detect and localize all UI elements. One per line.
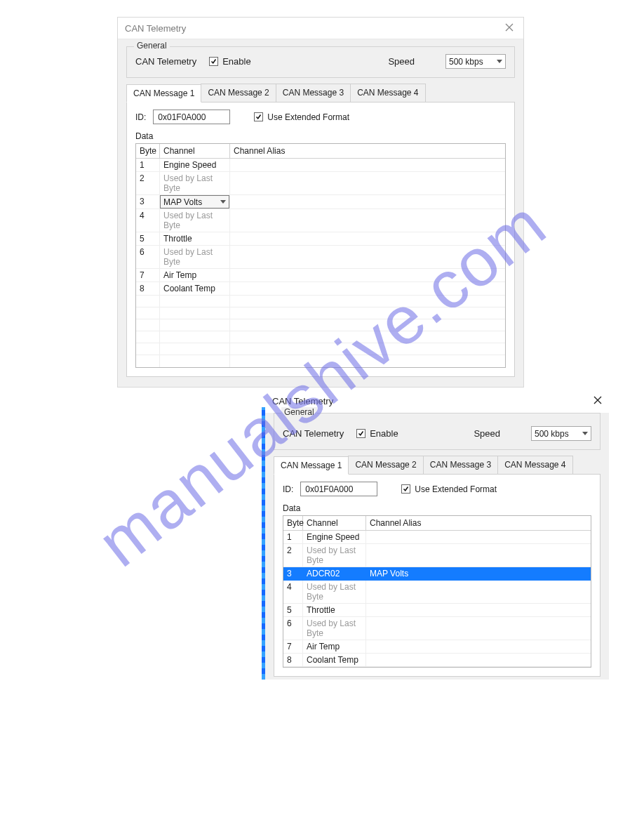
table-row[interactable]: 5Throttle — [136, 232, 505, 246]
cell-channel[interactable]: Used by Last Byte — [303, 544, 366, 567]
general-group: General CAN Telemetry Enable Speed 500 k… — [126, 46, 515, 78]
cell-alias[interactable] — [366, 604, 591, 617]
cell-alias[interactable]: MAP Volts — [366, 567, 591, 581]
table-row[interactable]: 6Used by Last Byte — [136, 246, 505, 269]
table-row-blank — [136, 355, 505, 367]
cell-alias[interactable] — [230, 232, 505, 246]
chevron-down-icon — [582, 432, 588, 435]
close-button[interactable] — [591, 395, 605, 407]
cell-channel[interactable]: Coolant Temp — [160, 282, 230, 296]
tab-can-message-1[interactable]: CAN Message 1 — [274, 456, 349, 475]
cell-channel[interactable]: Air Temp — [303, 640, 366, 654]
speed-label: Speed — [474, 428, 500, 439]
table-row[interactable]: 3MAP Volts — [136, 195, 505, 209]
extended-format-label: Use Extended Format — [415, 484, 497, 494]
tab-can-message-2[interactable]: CAN Message 2 — [348, 456, 423, 474]
cell-alias[interactable] — [366, 640, 591, 654]
table-row[interactable]: 8Coolant Temp — [136, 282, 505, 296]
cell-byte: 7 — [136, 269, 160, 282]
table-row[interactable]: 3ADCR02MAP Volts — [283, 567, 591, 581]
table-row[interactable]: 2Used by Last Byte — [283, 544, 591, 567]
cell-alias[interactable] — [366, 581, 591, 604]
window-title: CAN Telemetry — [272, 396, 591, 406]
cell-channel[interactable]: Engine Speed — [303, 531, 366, 544]
cell-channel[interactable]: Used by Last Byte — [160, 209, 230, 232]
cell-alias[interactable] — [366, 654, 591, 667]
enable-label: Enable — [370, 428, 398, 439]
cell-alias[interactable] — [366, 531, 591, 544]
cell-alias[interactable] — [230, 195, 505, 209]
column-header: Byte — [136, 144, 160, 158]
table-row[interactable]: 7Air Temp — [136, 269, 505, 282]
tab-can-message-4[interactable]: CAN Message 4 — [350, 84, 425, 102]
extended-format-label: Use Extended Format — [267, 112, 349, 122]
table-row[interactable]: 5Throttle — [283, 604, 591, 617]
chevron-down-icon — [497, 60, 502, 63]
left-stripe — [262, 407, 265, 680]
cell-byte: 1 — [136, 159, 160, 172]
table-row[interactable]: 1Engine Speed — [283, 531, 591, 544]
table-row[interactable]: 4Used by Last Byte — [136, 209, 505, 232]
cell-channel[interactable]: Engine Speed — [160, 159, 230, 172]
cell-channel[interactable]: Throttle — [303, 604, 366, 617]
cell-channel[interactable]: Throttle — [160, 232, 230, 246]
data-legend: Data — [135, 131, 506, 141]
cell-byte: 2 — [136, 172, 160, 195]
cell-channel[interactable]: Air Temp — [160, 269, 230, 282]
cell-byte: 8 — [283, 654, 303, 667]
cell-alias[interactable] — [230, 246, 505, 269]
enable-checkbox[interactable]: Enable — [209, 56, 250, 67]
cell-channel[interactable]: MAP Volts — [160, 195, 230, 209]
tab-can-message-1[interactable]: CAN Message 1 — [126, 84, 201, 102]
cell-channel[interactable]: Used by Last Byte — [303, 581, 366, 604]
enable-checkbox[interactable]: Enable — [356, 428, 398, 439]
cell-alias[interactable] — [230, 209, 505, 232]
id-field[interactable]: 0x01F0A000 — [153, 110, 230, 124]
can-telemetry-dialog-1: CAN Telemetry General CAN Telemetry Enab… — [117, 17, 524, 388]
speed-label: Speed — [388, 56, 415, 67]
cell-alias[interactable] — [230, 172, 505, 195]
cell-alias[interactable] — [230, 159, 505, 172]
cell-alias[interactable] — [366, 617, 591, 640]
cell-alias[interactable] — [230, 269, 505, 282]
cell-byte: 2 — [283, 544, 303, 567]
cell-channel[interactable]: Used by Last Byte — [303, 617, 366, 640]
cell-channel[interactable]: Used by Last Byte — [160, 172, 230, 195]
table-row[interactable]: 8Coolant Temp — [283, 654, 591, 667]
speed-select[interactable]: 500 kbps — [531, 426, 591, 441]
cell-channel[interactable]: Used by Last Byte — [160, 246, 230, 269]
tab-can-message-2[interactable]: CAN Message 2 — [201, 84, 276, 102]
extended-format-checkbox[interactable]: Use Extended Format — [254, 112, 349, 122]
table-row[interactable]: 4Used by Last Byte — [283, 581, 591, 604]
close-icon — [505, 23, 514, 32]
cell-channel[interactable]: Coolant Temp — [303, 654, 366, 667]
tab-can-message-3[interactable]: CAN Message 3 — [423, 456, 498, 474]
channel-dropdown[interactable]: MAP Volts — [160, 195, 229, 208]
data-grid[interactable]: ByteChannelChannel Alias1Engine Speed2Us… — [135, 143, 506, 368]
tab-can-message-3[interactable]: CAN Message 3 — [276, 84, 351, 102]
column-header: Byte — [283, 516, 303, 531]
speed-value: 500 kbps — [535, 429, 569, 439]
table-row[interactable]: 6Used by Last Byte — [283, 617, 591, 640]
table-row-blank — [136, 307, 505, 319]
tab-can-message-4[interactable]: CAN Message 4 — [497, 456, 572, 474]
column-header: Channel — [160, 144, 230, 158]
tab-panel: ID: 0x01F0A000 Use Extended Format Data … — [274, 474, 601, 677]
cell-byte: 8 — [136, 282, 160, 296]
cell-channel[interactable]: ADCR02 — [303, 567, 366, 581]
cell-byte: 4 — [283, 581, 303, 604]
column-header: Channel Alias — [366, 516, 591, 531]
data-legend: Data — [283, 503, 591, 513]
table-row[interactable]: 7Air Temp — [283, 640, 591, 654]
tab-panel: ID: 0x01F0A000 Use Extended Format Data … — [126, 102, 515, 377]
table-row[interactable]: 1Engine Speed — [136, 159, 505, 172]
cell-alias[interactable] — [230, 282, 505, 296]
extended-format-checkbox[interactable]: Use Extended Format — [401, 484, 497, 494]
id-field[interactable]: 0x01F0A000 — [300, 482, 377, 496]
table-row[interactable]: 2Used by Last Byte — [136, 172, 505, 195]
cell-alias[interactable] — [366, 544, 591, 567]
close-button[interactable] — [502, 22, 516, 34]
data-grid[interactable]: ByteChannelChannel Alias1Engine Speed2Us… — [283, 515, 591, 668]
speed-select[interactable]: 500 kbps — [445, 54, 506, 69]
cell-byte: 1 — [283, 531, 303, 544]
